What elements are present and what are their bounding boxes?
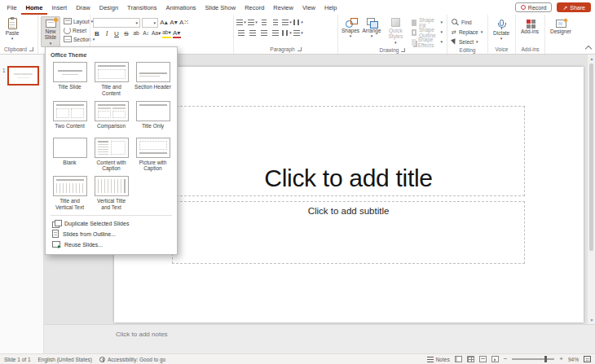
layout-option-comparison[interactable]: Comparison <box>92 100 130 134</box>
layout-option-section-header[interactable]: Section Header <box>134 61 172 98</box>
zoom-level[interactable]: 94% <box>568 357 579 362</box>
underline-button[interactable]: U <box>112 29 121 38</box>
record-button[interactable]: Record <box>515 2 553 12</box>
find-icon <box>452 19 459 26</box>
layout-option-title-and-content[interactable]: Title and Content <box>92 61 130 98</box>
menu-tab-slide-show[interactable]: Slide Show <box>201 0 240 15</box>
font-size-select[interactable]: ▾ <box>142 18 158 28</box>
quick-styles-button[interactable]: Quick Styles ▾ <box>383 16 408 46</box>
layout-option-blank[interactable]: Blank <box>51 137 89 173</box>
slide-canvas[interactable]: Click to add title Click to add subtitle <box>114 67 584 322</box>
designer-button[interactable]: Designer <box>548 16 574 36</box>
shapes-button[interactable]: Shapes ▾ <box>341 16 360 40</box>
subtitle-placeholder[interactable]: Click to add subtitle <box>172 201 525 264</box>
strikethrough-button[interactable]: S <box>122 29 130 38</box>
zoom-out-button[interactable]: − <box>504 356 508 362</box>
select-button[interactable]: Select ▾ <box>450 37 484 46</box>
paragraph-dialog-launcher[interactable] <box>298 47 302 51</box>
reading-view-button[interactable] <box>479 356 487 362</box>
ribbon-group-clipboard: Paste ▾ Clipboard <box>0 15 37 54</box>
justify-button[interactable] <box>271 29 280 37</box>
align-right-button[interactable] <box>259 29 269 37</box>
collapse-ribbon-button[interactable] <box>585 46 592 52</box>
drawing-dialog-launcher[interactable] <box>401 48 405 52</box>
bullets-button[interactable]: ▾ <box>236 18 246 27</box>
zoom-slider-thumb[interactable] <box>544 356 547 362</box>
clear-formatting-button[interactable]: A⁙ <box>179 19 189 28</box>
convert-smartart-button[interactable]: ▾ <box>293 29 303 37</box>
zoom-in-button[interactable]: + <box>559 356 563 362</box>
arrange-button[interactable]: Arrange ▾ <box>362 16 381 40</box>
slide-thumbnail-1[interactable] <box>7 66 39 86</box>
shape-fill-button[interactable]: Shape Fill ▾ <box>410 18 444 27</box>
addins-button[interactable]: Add-ins <box>518 16 541 36</box>
menu-tab-insert[interactable]: Insert <box>47 0 72 15</box>
layout-option-title-and-vertical-text[interactable]: Title and Vertical Text <box>51 175 89 212</box>
duplicate-selected-slides-item[interactable]: Duplicate Selected Slides <box>51 218 172 229</box>
share-button[interactable]: ↗ Share <box>557 2 591 12</box>
notes-pane[interactable]: Click to add notes <box>44 324 595 353</box>
vertical-scrollbar[interactable]: ▲ ▼ <box>587 55 595 324</box>
menu-tab-file[interactable]: File <box>2 0 21 15</box>
scroll-down-icon[interactable]: ▼ <box>588 316 595 324</box>
font-color-button[interactable]: A▾ <box>173 29 181 38</box>
language-indicator[interactable]: English (United States) <box>38 357 92 362</box>
menu-tab-view[interactable]: View <box>298 0 320 15</box>
scroll-up-icon[interactable]: ▲ <box>588 55 595 63</box>
accessibility-status[interactable]: Accessibility: Good to go <box>99 357 165 362</box>
align-center-button[interactable] <box>248 29 258 37</box>
normal-view-button[interactable] <box>455 356 462 362</box>
text-highlight-button[interactable]: ab▾ <box>162 29 171 38</box>
layout-option-picture-with-caption[interactable]: Picture with Caption <box>134 137 172 173</box>
replace-button[interactable]: ⇄ Replace ▾ <box>450 28 484 37</box>
menu-tab-help[interactable]: Help <box>320 0 342 15</box>
grow-font-button[interactable]: A▴ <box>160 19 168 28</box>
italic-button[interactable]: I <box>103 29 111 38</box>
character-spacing-button[interactable]: A↕ <box>142 29 150 38</box>
menu-tab-record[interactable]: Record <box>240 0 269 15</box>
layout-option-two-content[interactable]: Two Content <box>51 100 89 134</box>
menu-tab-design[interactable]: Design <box>95 0 122 15</box>
scrollbar-thumb[interactable] <box>589 64 593 251</box>
clipboard-dialog-launcher[interactable] <box>29 47 33 51</box>
shape-outline-button[interactable]: Shape Outline ▾ <box>410 28 444 37</box>
find-button[interactable]: Find <box>450 18 484 27</box>
paste-label: Paste <box>6 30 20 36</box>
change-case-button[interactable]: Aa▾ <box>152 29 161 38</box>
menu-tab-home[interactable]: Home <box>21 0 47 15</box>
slide-sorter-view-button[interactable] <box>467 356 474 362</box>
font-name-select[interactable]: ▾ <box>93 18 140 28</box>
menu-tab-animations[interactable]: Animations <box>161 0 201 15</box>
zoom-slider[interactable] <box>512 358 554 360</box>
align-left-button[interactable] <box>236 29 246 37</box>
title-placeholder[interactable]: Click to add title <box>172 106 525 196</box>
new-slide-button[interactable]: New Slide ▾ <box>41 16 60 47</box>
layout-option-title-only[interactable]: Title Only <box>134 100 172 134</box>
numbering-button[interactable]: ▾ <box>248 18 258 27</box>
layout-option-title-slide[interactable]: Title Slide <box>51 61 89 98</box>
bold-button[interactable]: B <box>93 29 101 38</box>
select-icon <box>451 38 457 46</box>
columns-button[interactable]: ▾ <box>282 29 292 37</box>
reuse-slides-item[interactable]: Reuse Slides... <box>51 239 172 250</box>
text-shadow-button[interactable]: ab <box>132 29 140 38</box>
layout-thumbnail <box>95 62 129 82</box>
paste-button[interactable]: Paste ▾ <box>2 16 22 42</box>
slide-show-button[interactable] <box>491 356 499 362</box>
shrink-font-button[interactable]: A▾ <box>170 19 178 28</box>
decrease-indent-button[interactable] <box>259 18 269 27</box>
layout-option-content-with-caption[interactable]: Content with Caption <box>92 137 130 173</box>
slides-from-outline-item[interactable]: Slides from Outline... <box>51 229 172 239</box>
quick-styles-label: Quick Styles <box>386 28 406 40</box>
menu-tab-transitions[interactable]: Transitions <box>123 0 161 15</box>
layout-option-vertical-title-and-text[interactable]: Vertical Title and Text <box>92 175 130 212</box>
dictate-button[interactable]: Dictate ▾ <box>491 16 512 42</box>
shape-effects-button[interactable]: Shape Effects ▾ <box>410 37 444 46</box>
line-spacing-button[interactable]: ▾ <box>282 18 292 27</box>
text-direction-button[interactable]: ▾ <box>293 18 303 27</box>
increase-indent-button[interactable] <box>271 18 280 27</box>
menu-tab-draw[interactable]: Draw <box>72 0 95 15</box>
notes-toggle-button[interactable]: Notes <box>427 357 450 362</box>
menu-tab-review[interactable]: Review <box>269 0 298 15</box>
fit-to-window-button[interactable] <box>584 356 591 362</box>
